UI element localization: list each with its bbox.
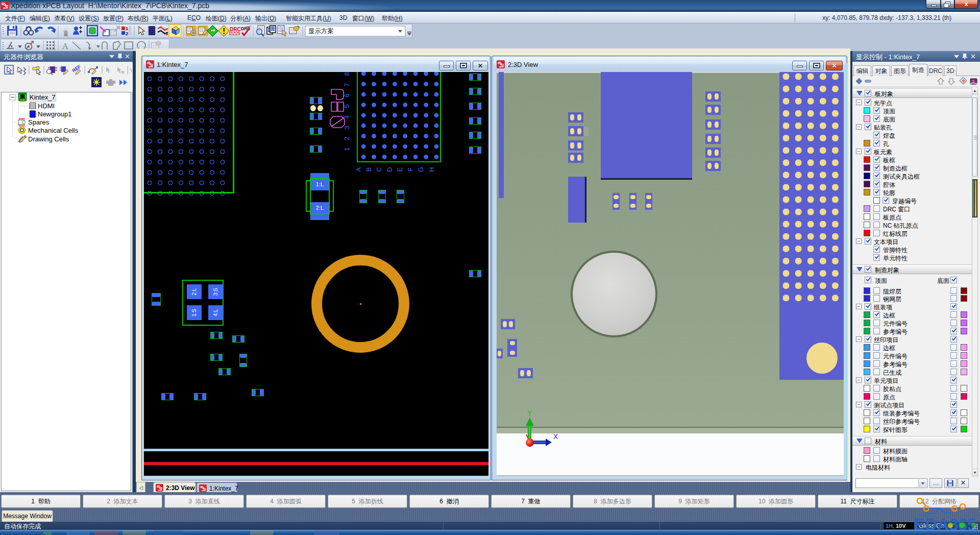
svg-text:2: 2 xyxy=(126,31,128,36)
svg-text:X: X xyxy=(553,432,558,441)
svg-text:?: ? xyxy=(972,79,974,84)
svg-text:Y: Y xyxy=(527,409,532,417)
svg-text:A: A xyxy=(62,42,68,51)
svg-text:显示方案: 显示方案 xyxy=(308,28,334,35)
svg-text:Y: Y xyxy=(130,67,132,74)
svg-text:1: 1 xyxy=(126,26,128,31)
svg-text:DRC: DRC xyxy=(230,27,241,32)
